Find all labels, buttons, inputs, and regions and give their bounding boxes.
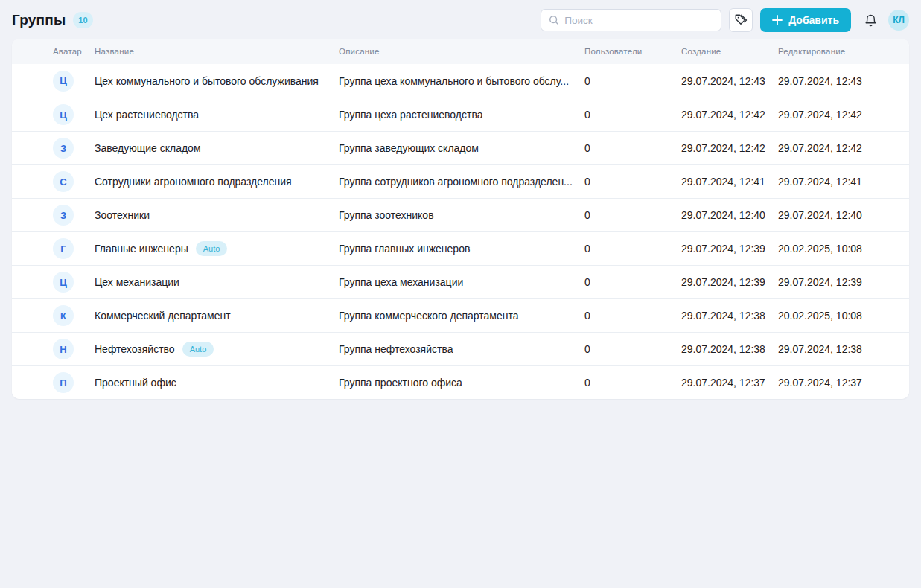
group-users-count: 0 — [584, 243, 681, 255]
group-description: Группа цеха механизации — [339, 276, 584, 288]
page-header: Группы 10 Добавить — [0, 0, 921, 39]
group-description: Группа зоотехников — [339, 209, 584, 221]
group-description: Группа цеха коммунального и бытового обс… — [339, 75, 584, 87]
group-edited-at: 29.07.2024, 12:39 — [778, 276, 897, 288]
group-edited-at: 29.07.2024, 12:42 — [778, 109, 897, 121]
table-row[interactable]: Ц Цех механизации Группа цеха механизаци… — [12, 265, 909, 298]
table-body: Ц Цех коммунального и бытового обслужива… — [12, 64, 909, 399]
group-avatar-initial: С — [60, 176, 66, 188]
search-input[interactable] — [564, 15, 713, 26]
group-description: Группа сотрудников агрономного подраздел… — [339, 176, 584, 188]
group-users-count: 0 — [584, 176, 681, 188]
group-created-at: 29.07.2024, 12:39 — [681, 276, 778, 288]
group-users-count: 0 — [584, 142, 681, 154]
group-edited-at: 29.07.2024, 12:42 — [778, 142, 897, 154]
group-edited-at: 20.02.2025, 10:08 — [778, 243, 897, 255]
group-avatar: З — [53, 205, 74, 226]
table-row[interactable]: П Проектный офис Группа проектного офиса… — [12, 365, 909, 399]
group-created-at: 29.07.2024, 12:39 — [681, 243, 778, 255]
user-avatar[interactable]: КЛ — [888, 10, 909, 31]
group-avatar-initial: П — [60, 377, 66, 389]
group-created-at: 29.07.2024, 12:38 — [681, 343, 778, 355]
group-created-at: 29.07.2024, 12:38 — [681, 310, 778, 322]
add-button-label: Добавить — [788, 14, 839, 26]
group-name: Сотрудники агрономного подразделения — [95, 176, 292, 188]
group-avatar: П — [53, 372, 74, 393]
table-row[interactable]: Ц Цех растениеводства Группа цеха растен… — [12, 98, 909, 131]
groups-table: Аватар Название Описание Пользователи Со… — [12, 39, 909, 399]
tags-icon — [734, 13, 748, 27]
group-avatar: Г — [53, 238, 74, 259]
group-avatar-initial: К — [60, 310, 66, 322]
group-avatar: З — [53, 138, 74, 159]
group-avatar-initial: Ц — [60, 109, 67, 121]
group-name: Нефтехозяйство — [95, 343, 175, 355]
group-name: Зоотехники — [95, 209, 150, 221]
group-description: Группа цеха растениеводства — [339, 109, 584, 121]
table-row[interactable]: С Сотрудники агрономного подразделения Г… — [12, 164, 909, 198]
group-avatar: Ц — [53, 104, 74, 125]
group-avatar-initial: Ц — [60, 75, 67, 86]
group-name: Цех растениеводства — [95, 109, 199, 121]
group-avatar-initial: З — [60, 210, 66, 221]
notifications-button[interactable] — [860, 10, 881, 31]
group-description: Группа коммерческого департамента — [339, 310, 584, 322]
table-row[interactable]: К Коммерческий департамент Группа коммер… — [12, 298, 909, 332]
group-avatar: Ц — [53, 71, 74, 92]
search-box[interactable] — [541, 9, 721, 31]
group-description: Группа заведующих складом — [339, 142, 584, 154]
group-edited-at: 29.07.2024, 12:40 — [778, 209, 897, 221]
group-users-count: 0 — [584, 209, 681, 221]
table-row[interactable]: Г Главные инженеры Auto Группа главных и… — [12, 231, 909, 265]
search-icon — [549, 15, 559, 25]
bell-icon — [864, 13, 878, 28]
auto-badge: Auto — [196, 241, 228, 256]
group-name: Главные инженеры — [95, 243, 188, 255]
table-row[interactable]: З Заведующие складом Группа заведующих с… — [12, 131, 909, 164]
col-avatar: Аватар — [53, 47, 95, 56]
tags-button[interactable] — [729, 8, 753, 32]
group-edited-at: 29.07.2024, 12:37 — [778, 377, 897, 389]
group-name: Заведующие складом — [95, 142, 201, 154]
group-avatar: Ц — [53, 272, 74, 293]
page-title: Группы — [12, 12, 66, 28]
group-users-count: 0 — [584, 109, 681, 121]
group-users-count: 0 — [584, 276, 681, 288]
group-avatar-initial: Н — [60, 344, 66, 355]
group-edited-at: 20.02.2025, 10:08 — [778, 310, 897, 322]
group-description: Группа главных инженеров — [339, 243, 584, 255]
group-edited-at: 29.07.2024, 12:41 — [778, 176, 897, 188]
group-description: Группа нефтехозяйства — [339, 343, 584, 355]
group-created-at: 29.07.2024, 12:42 — [681, 142, 778, 154]
col-description: Описание — [339, 47, 584, 56]
group-avatar: С — [53, 171, 74, 192]
group-created-at: 29.07.2024, 12:37 — [681, 377, 778, 389]
group-users-count: 0 — [584, 75, 681, 87]
group-created-at: 29.07.2024, 12:42 — [681, 109, 778, 121]
group-name: Коммерческий департамент — [95, 310, 231, 322]
add-button[interactable]: Добавить — [760, 8, 851, 32]
table-row[interactable]: Н Нефтехозяйство Auto Группа нефтехозяйс… — [12, 332, 909, 365]
group-name: Проектный офис — [95, 377, 176, 389]
group-users-count: 0 — [584, 377, 681, 389]
col-created: Создание — [681, 47, 778, 56]
group-avatar-initial: Ц — [60, 277, 67, 288]
group-created-at: 29.07.2024, 12:41 — [681, 176, 778, 188]
group-avatar: Н — [53, 339, 74, 359]
table-row[interactable]: З Зоотехники Группа зоотехников 0 29.07.… — [12, 198, 909, 231]
col-users: Пользователи — [584, 47, 681, 56]
header-actions: Добавить КЛ — [541, 8, 909, 32]
group-avatar-initial: Г — [60, 243, 66, 255]
group-edited-at: 29.07.2024, 12:43 — [778, 75, 897, 87]
col-edited: Редактирование — [778, 47, 897, 56]
groups-count-badge: 10 — [73, 12, 92, 28]
group-users-count: 0 — [584, 310, 681, 322]
group-name: Цех коммунального и бытового обслуживани… — [95, 75, 319, 87]
group-description: Группа проектного офиса — [339, 377, 584, 389]
group-avatar: К — [53, 305, 74, 326]
group-created-at: 29.07.2024, 12:43 — [681, 75, 778, 87]
table-row[interactable]: Ц Цех коммунального и бытового обслужива… — [12, 64, 909, 98]
group-created-at: 29.07.2024, 12:40 — [681, 209, 778, 221]
group-users-count: 0 — [584, 343, 681, 355]
title-area: Группы 10 — [12, 12, 93, 28]
